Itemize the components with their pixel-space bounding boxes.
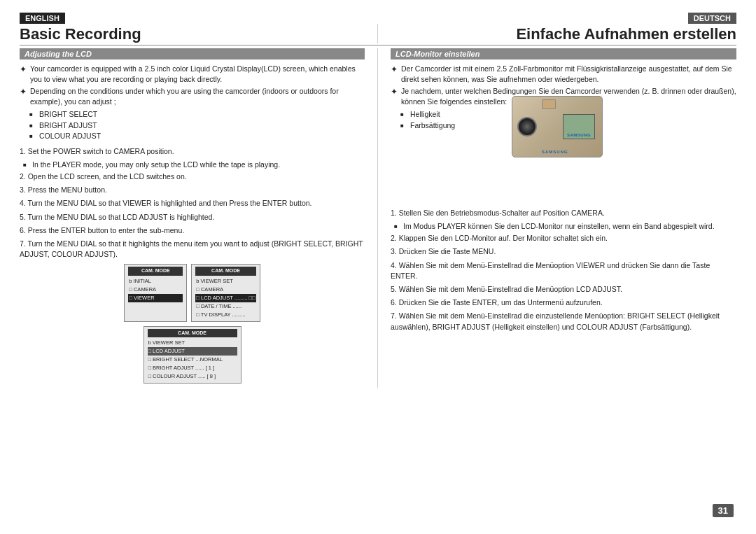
- bullet-icon-1: ✦: [20, 64, 27, 76]
- menu-screenshots-row1: CAM. MODE b INITIAL □ CAMERA □ VIEWER CA…: [20, 264, 365, 322]
- right-step-5: 5. Wählen Sie mit dem Menü-Einstellrad d…: [391, 284, 736, 295]
- menu3-line-2: □ LCD ADJUST: [148, 347, 237, 356]
- camera-lens: [517, 117, 537, 136]
- left-step-4: 4. Turn the MENU DIAL so that VIEWER is …: [20, 198, 365, 209]
- camera-body: SAMSUNG SAMSUNG: [512, 96, 603, 157]
- menu3-line-4: □ BRIGHT ADJUST ...... [ 1 ]: [148, 364, 237, 372]
- right-step-1-sub: Im Modus PLAYER können Sie den LCD-Monit…: [391, 221, 736, 232]
- page-number: 31: [713, 504, 734, 517]
- right-step-3: 3. Drücken Sie die Taste MENU.: [391, 246, 736, 257]
- menu2-title: CAM. MODE: [195, 267, 255, 276]
- left-step-1-sub: In the PLAYER mode, you may only setup t…: [20, 160, 365, 170]
- page-title-english: Basic Recording: [20, 25, 365, 43]
- right-step-1: 1. Stellen Sie den Betriebsmodus-Schalte…: [391, 208, 736, 218]
- right-step-6: 6. Drücken Sie die Taste ENTER, um das U…: [391, 297, 736, 308]
- list-item-3: COLOUR ADJUST: [29, 131, 365, 142]
- bullet-icon-2: ✦: [20, 86, 27, 98]
- lang-badge-deutsch: DEUTSCH: [688, 13, 736, 24]
- camera-brand: SAMSUNG: [542, 150, 568, 154]
- left-step-6: 6. Press the ENTER button to enter the s…: [20, 225, 365, 236]
- menu-box-2: CAM. MODE b VIEWER SET □ CAMERA □ LCD AD…: [191, 264, 260, 322]
- menu-box-3: CAM. MODE b VIEWER SET □ LCD ADJUST □ BR…: [144, 326, 241, 384]
- section-header-english: Adjusting the LCD: [20, 48, 365, 59]
- menu3-line-3: □ BRIGHT SELECT ...NORMAL: [148, 356, 237, 364]
- left-adjust-list: BRIGHT SELECT BRIGHT ADJUST COLOUR ADJUS…: [20, 109, 365, 142]
- menu1-line-3: □ VIEWER: [128, 294, 183, 302]
- left-step-1: 1. Set the POWER switch to CAMERA positi…: [20, 146, 365, 157]
- camera-image-area: SAMSUNG SAMSUNG: [512, 96, 603, 157]
- menu1-title: CAM. MODE: [128, 267, 183, 276]
- right-step-4: 4. Wählen Sie mit dem Menü-Einstellrad d…: [391, 260, 736, 281]
- menu2-line-5: □ TV DISPLAY .........: [195, 311, 255, 319]
- list-item-1: BRIGHT SELECT: [29, 109, 365, 120]
- left-step-2: 2. Open the LCD screen, and the LCD swit…: [20, 171, 365, 182]
- menu1-line-2: □ CAMERA: [128, 286, 183, 294]
- lang-badge-english: ENGLISH: [20, 13, 65, 24]
- samsung-label: SAMSUNG: [564, 133, 594, 137]
- left-step-5: 5. Turn the MENU DIAL so that LCD ADJUST…: [20, 212, 365, 223]
- menu1-line-1: b INITIAL: [128, 277, 183, 286]
- menu2-line-2: □ CAMERA: [195, 286, 255, 294]
- menu2-line-3: □ LCD ADJUST ......... □□: [195, 294, 255, 302]
- camera-viewfinder: [542, 99, 556, 109]
- menu3-line-1: b VIEWER SET: [148, 339, 237, 347]
- menu3-title: CAM. MODE: [148, 329, 237, 338]
- left-step-3: 3. Press the MENU button.: [20, 185, 365, 195]
- left-bullet-2: ✦ Depending on the conditions under whic…: [20, 86, 365, 106]
- right-bullet-icon-2: ✦: [391, 86, 398, 98]
- camera-screen: SAMSUNG: [563, 114, 595, 139]
- right-bullet-1: ✦ Der Camcorder ist mit einem 2.5 Zoll-F…: [391, 64, 736, 84]
- page-title-german: Einfache Aufnahmen erstellen: [391, 25, 736, 43]
- left-bullet-1: ✦ Your camcorder is equipped with a 2.5 …: [20, 64, 365, 84]
- right-step-2: 2. Klappen Sie den LCD-Monitor auf. Der …: [391, 233, 736, 244]
- menu2-line-1: b VIEWER SET: [195, 277, 255, 286]
- right-step-7: 7. Wählen Sie mit dem Menü-Einstellrad d…: [391, 311, 736, 332]
- section-header-german: LCD-Monitor einstellen: [391, 48, 736, 59]
- left-step-7: 7. Turn the MENU DIAL so that it highlig…: [20, 239, 365, 260]
- menu2-line-4: □ DATE / TIME ......: [195, 302, 255, 311]
- right-bullet-icon-1: ✦: [391, 64, 398, 76]
- menu-screenshots-row2: CAM. MODE b VIEWER SET □ LCD ADJUST □ BR…: [20, 326, 365, 384]
- list-item-2: BRIGHT ADJUST: [29, 120, 365, 132]
- menu3-line-5: □ COLOUR ADJUST ..... [ 8 ]: [148, 372, 237, 381]
- menu-box-1: CAM. MODE b INITIAL □ CAMERA □ VIEWER: [124, 264, 187, 322]
